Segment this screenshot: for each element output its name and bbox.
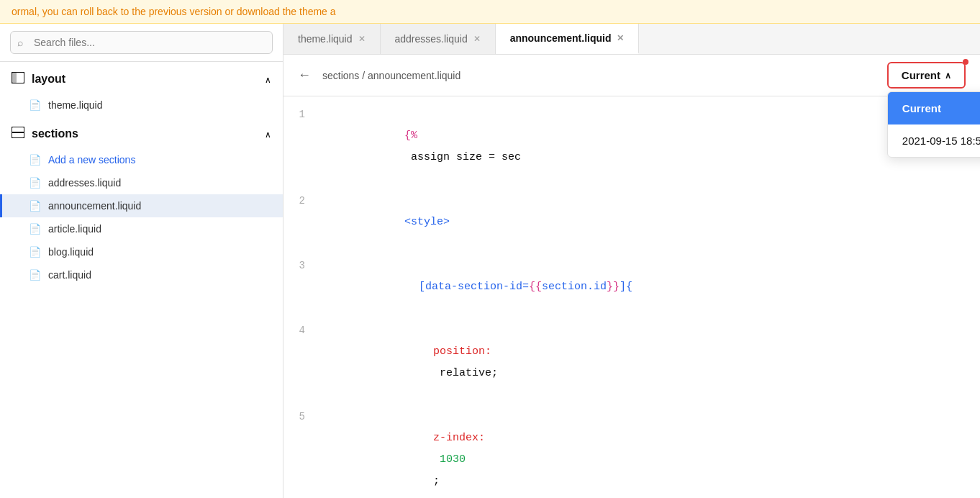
warning-text: ormal, you can roll back to the previous… (12, 6, 336, 17)
sections-section-header[interactable]: sections (0, 117, 283, 148)
warning-bar: ormal, you can roll back to the previous… (0, 0, 980, 24)
version-option-label: Current (902, 102, 941, 114)
line-content: [data-section-id={{section.id}}]{ (319, 255, 980, 320)
search-input[interactable] (10, 31, 273, 54)
sidebar-file-name: addresses.liquid (48, 177, 121, 189)
editor-body[interactable]: 1 {% assign size = sec 2 <style> 3 (283, 96, 980, 498)
tab-close-icon[interactable]: ✕ (617, 34, 624, 42)
code-token: [data-section-id= (419, 281, 529, 293)
sidebar-item-cart[interactable]: 📄 cart.liquid (0, 263, 283, 286)
chevron-up-icon: ∧ (945, 71, 951, 81)
sidebar-section-layout: layout 📄 theme.liquid (0, 62, 283, 117)
sidebar-item-announcement[interactable]: 📄 announcement.liquid (0, 194, 283, 217)
sidebar-file-name: announcement.liquid (48, 200, 141, 212)
line-number: 4 (283, 320, 319, 341)
search-box: ⌕ (0, 24, 283, 62)
code-token: ; (433, 475, 440, 487)
code-token: assign size = sec (404, 151, 521, 163)
tab-addresses-liquid[interactable]: addresses.liquid ✕ (381, 24, 496, 54)
version-selector: Current ∧ Current 2021-09-15 18:52:37(1) (887, 62, 966, 89)
breadcrumb: sections / announcement.liquid (322, 70, 460, 81)
file-icon: 📄 (29, 200, 41, 212)
sidebar-item-addresses[interactable]: 📄 addresses.liquid (0, 171, 283, 194)
line-number: 5 (283, 406, 319, 427)
line-content: position: relative; (319, 320, 980, 406)
tab-label: addresses.liquid (395, 33, 468, 45)
sidebar-item-article[interactable]: 📄 article.liquid (0, 217, 283, 240)
version-option-label: 2021-09-15 18:52:37(1) (902, 135, 980, 147)
editor-header: ← sections / announcement.liquid Current… (283, 55, 980, 96)
version-dropdown: Current 2021-09-15 18:52:37(1) (887, 91, 980, 158)
layout-chevron-icon (265, 73, 271, 86)
tabs-bar: theme.liquid ✕ addresses.liquid ✕ announ… (283, 24, 980, 55)
file-icon: 📄 (29, 246, 41, 258)
code-token: relative; (433, 367, 498, 379)
sidebar-file-name: cart.liquid (48, 269, 91, 281)
version-option-current[interactable]: Current (888, 92, 980, 124)
code-line-2: 2 <style> (283, 190, 980, 255)
version-dot (963, 59, 968, 65)
back-arrow-icon[interactable]: ← (298, 68, 311, 83)
code-token: z-index: (433, 432, 485, 444)
code-token: {% (404, 130, 417, 142)
tab-label: theme.liquid (298, 33, 353, 45)
tab-close-icon[interactable]: ✕ (358, 35, 366, 43)
file-icon: 📄 (29, 177, 41, 189)
sidebar-item-theme-liquid[interactable]: 📄 theme.liquid (0, 94, 283, 117)
sections-section-label: sections (32, 127, 78, 140)
add-new-section-item[interactable]: 📄 Add a new sections (0, 148, 283, 171)
version-button-label: Current (902, 69, 940, 81)
code-token: position: (433, 345, 491, 358)
add-new-file-icon: 📄 (29, 154, 41, 166)
search-icon: ⌕ (17, 37, 23, 48)
sidebar: ⌕ layout 📄 them (0, 24, 283, 498)
tab-close-icon[interactable]: ✕ (473, 35, 481, 43)
code-token: 1030 (433, 453, 466, 466)
code-token: <style> (404, 216, 450, 228)
sidebar-item-blog[interactable]: 📄 blog.liquid (0, 240, 283, 263)
content-area: theme.liquid ✕ addresses.liquid ✕ announ… (283, 24, 980, 498)
tab-announcement-liquid[interactable]: announcement.liquid ✕ (496, 24, 640, 54)
sidebar-file-name: theme.liquid (48, 99, 103, 111)
code-line-5: 5 z-index: 1030 ; (283, 406, 980, 498)
code-line-4: 4 position: relative; (283, 320, 980, 406)
code-line-3: 3 [data-section-id={{section.id}}]{ (283, 255, 980, 320)
line-content: <style> (319, 190, 980, 255)
line-content: {% assign size = sec (319, 104, 980, 190)
layout-section-header[interactable]: layout (0, 62, 283, 94)
version-button[interactable]: Current ∧ (887, 62, 966, 89)
line-number: 3 (283, 255, 319, 276)
code-area: 1 {% assign size = sec 2 <style> 3 (283, 96, 980, 498)
file-icon: 📄 (29, 99, 41, 111)
line-number: 1 (283, 104, 319, 125)
code-token: section.id (542, 281, 607, 293)
code-token: }} (607, 281, 620, 293)
line-number: 2 (283, 190, 319, 212)
layout-section-label: layout (32, 73, 65, 86)
file-icon: 📄 (29, 223, 41, 235)
sidebar-file-name: article.liquid (48, 223, 101, 235)
code-line-1: 1 {% assign size = sec (283, 104, 980, 190)
svg-rect-1 (12, 72, 17, 83)
layout-icon (12, 72, 24, 86)
sidebar-file-name: blog.liquid (48, 246, 94, 258)
file-icon: 📄 (29, 269, 41, 281)
sidebar-section-sections: sections 📄 Add a new sections 📄 addresse… (0, 117, 283, 286)
code-token: ]{ (620, 281, 632, 293)
tab-theme-liquid[interactable]: theme.liquid ✕ (283, 24, 381, 54)
sections-chevron-icon (265, 127, 271, 140)
add-new-label: Add a new sections (48, 154, 135, 166)
code-token: {{ (529, 281, 542, 293)
tab-label: announcement.liquid (510, 32, 612, 44)
sections-icon (12, 127, 24, 141)
line-content: z-index: 1030 ; (319, 406, 980, 498)
version-option-dated[interactable]: 2021-09-15 18:52:37(1) (888, 124, 980, 157)
